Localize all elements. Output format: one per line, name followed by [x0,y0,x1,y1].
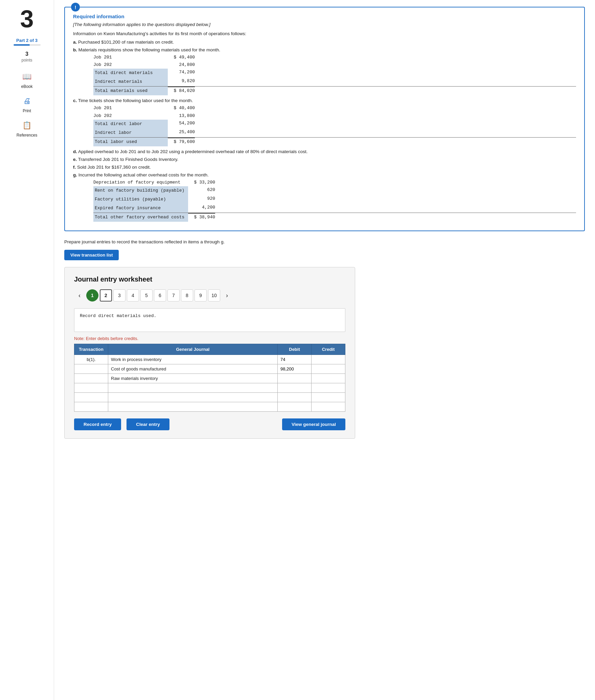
worksheet-buttons: Record entry Clear entry View general jo… [74,418,345,430]
table-row: Cost of goods manufactured [74,364,345,374]
part-progress-bar [14,44,41,46]
info-badge: ! [71,3,80,11]
ebook-label: eBook [21,84,32,89]
item-g-text: Incurred the following actual other over… [78,172,209,177]
view-general-journal-button[interactable]: View general journal [282,418,345,430]
general-journal-cell: Work in process inventory [108,355,278,364]
item-b-text: Materials requisitions show the followin… [78,47,220,52]
debit-input[interactable] [280,404,308,409]
table-row: Factory utilities (payable) 920 [93,195,576,204]
credit-cell[interactable] [312,383,345,393]
general-journal-cell[interactable] [108,393,278,402]
worksheet-container: Journal entry worksheet ‹ 1 2 3 4 5 6 7 … [64,267,355,439]
page-9-button[interactable]: 9 [194,289,207,301]
page-prev-button[interactable]: ‹ [74,290,85,301]
references-label: References [17,133,37,138]
general-journal-cell[interactable] [108,383,278,393]
debit-cell[interactable] [278,355,312,364]
prepare-text: Prepare journal entries to record the tr… [64,239,585,244]
record-entry-button[interactable]: Record entry [74,418,121,430]
general-journal-input[interactable] [111,385,275,390]
credit-cell[interactable] [312,355,345,364]
page-4-button[interactable]: 4 [127,289,139,301]
transaction-cell [74,374,108,383]
table-row: Total direct materials 74,200 [93,69,576,77]
intro-text: Information on Kwon Manufacturing's acti… [73,31,576,36]
general-journal-input[interactable] [111,395,275,400]
general-journal-cell: Raw materials inventory [108,374,278,383]
activity-item-e: e. Transferred Job 201 to Finished Goods… [73,157,576,162]
transaction-cell [74,393,108,402]
activity-item-b: b. Materials requisitions show the follo… [73,47,576,95]
ebook-tool[interactable]: 📖 eBook [21,71,33,89]
debit-cell[interactable] [278,402,312,412]
table-row [74,393,345,402]
page-10-button[interactable]: 10 [208,289,220,301]
item-c-text: Time tickets show the following labor us… [78,98,193,103]
page-6-button[interactable]: 6 [154,289,166,301]
table-row: Job 202 13,800 [93,112,576,120]
credit-input[interactable] [314,376,342,381]
table-row: Depreciation of factory equipment $ 33,2… [93,179,576,186]
transaction-cell: b(1). [74,355,108,364]
debit-input[interactable] [280,357,308,362]
page-5-button[interactable]: 5 [140,289,153,301]
journal-table: Transaction General Journal Debit Credit… [74,344,345,412]
clear-entry-button[interactable]: Clear entry [127,418,169,430]
table-row: Total direct labor 54,200 [93,120,576,128]
print-tool[interactable]: 🖨 Print [21,95,33,113]
debit-input[interactable] [280,395,308,400]
table-row: Total other factory overhead costs $ 38,… [93,213,576,222]
debit-cell[interactable] [278,374,312,383]
debit-input[interactable] [280,376,308,381]
debit-cell[interactable] [278,383,312,393]
credit-cell[interactable] [312,402,345,412]
page-8-button[interactable]: 8 [181,289,193,301]
page-1-button[interactable]: 1 [86,289,98,301]
view-transaction-button[interactable]: View transaction list [64,250,119,260]
worksheet-title: Journal entry worksheet [74,275,345,283]
activity-item-g: g. Incurred the following actual other o… [73,172,576,222]
transaction-cell [74,402,108,412]
question-number: 3 [20,7,33,31]
general-journal-input[interactable] [111,404,275,409]
credit-input[interactable] [314,404,342,409]
credit-cell[interactable] [312,393,345,402]
table-row: Raw materials inventory [74,374,345,383]
question-block: ! Required information [The following in… [64,7,585,231]
references-tool[interactable]: 📋 References [17,119,37,138]
credit-cell[interactable] [312,374,345,383]
page-3-button[interactable]: 3 [113,289,125,301]
debit-cell[interactable] [278,364,312,374]
th-general-journal: General Journal [108,344,278,355]
table-row: Rent on factory building (payable) 620 [93,186,576,195]
table-row: Job 201 $ 49,400 [93,54,576,61]
activity-item-f: f. Sold Job 201 for $167,360 on credit. [73,165,576,170]
credit-input[interactable] [314,366,342,371]
debit-cell[interactable] [278,393,312,402]
credit-input[interactable] [314,385,342,390]
part-progress-fill [14,44,30,46]
activity-list: a. Purchased $101,200 of raw materials o… [73,40,576,222]
references-icon: 📋 [21,119,33,131]
credit-input[interactable] [314,357,342,362]
th-transaction: Transaction [74,344,108,355]
italic-note: [The following information applies to th… [73,22,576,27]
item-e-text: Transferred Job 201 to Finished Goods In… [78,157,178,162]
transaction-cell [74,383,108,393]
pagination: ‹ 1 2 3 4 5 6 7 8 9 10 › [74,289,345,301]
debit-input[interactable] [280,366,308,371]
page-7-button[interactable]: 7 [167,289,180,301]
activity-item-a: a. Purchased $101,200 of raw materials o… [73,40,576,45]
credit-cell[interactable] [312,364,345,374]
table-row: Total labor used $ 79,600 [93,137,576,146]
general-journal-cell[interactable] [108,402,278,412]
table-row: Job 202 24,800 [93,61,576,69]
sidebar: 3 Part 2 of 3 3 points 📖 eBook 🖨 Print 📋… [0,0,54,700]
credit-input[interactable] [314,395,342,400]
debit-input[interactable] [280,385,308,390]
page-next-button[interactable]: › [222,290,232,301]
table-row [74,402,345,412]
page-2-button[interactable]: 2 [100,289,112,301]
item-f-text: Sold Job 201 for $167,360 on credit. [77,165,151,170]
